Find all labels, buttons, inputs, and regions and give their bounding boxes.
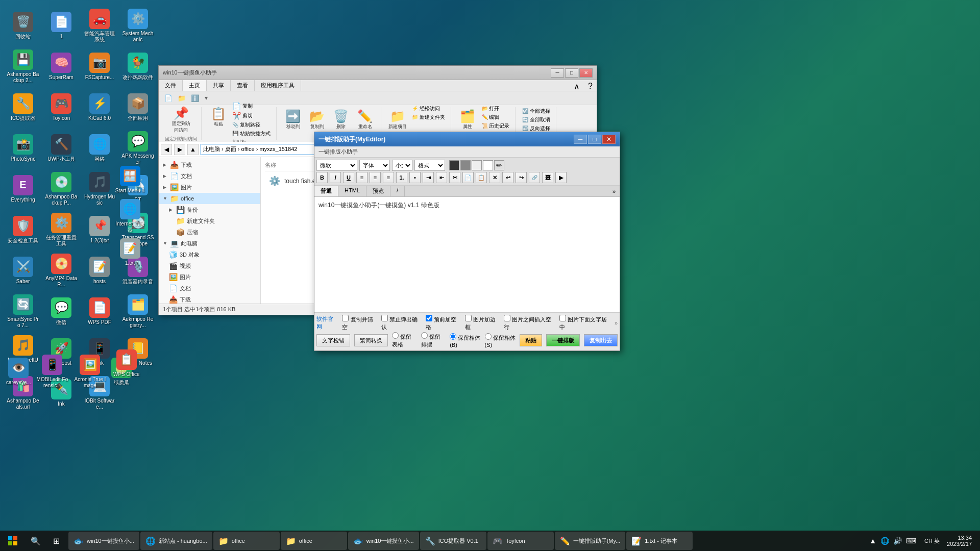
- taskbar-item-toycon[interactable]: 🎮 ToyIcon: [487, 532, 554, 550]
- taskbar-item-ico[interactable]: 🔧 ICO提取器 V0.1: [420, 532, 486, 550]
- task-view-button[interactable]: ⊞: [46, 531, 66, 551]
- icon-extractor[interactable]: 🐓 改扑鸡鸡软件: [120, 46, 156, 87]
- undo-button[interactable]: ↩: [502, 172, 513, 183]
- sidebar-item-video[interactable]: 🎬 视频: [159, 260, 260, 271]
- editor-content[interactable]: win10一键摸鱼小助手(一键摸鱼) v1.1 绿色版: [314, 197, 620, 312]
- tab-home[interactable]: 主页: [183, 80, 207, 91]
- sidebar-item-pic2[interactable]: 🖼️ 图片: [159, 271, 260, 283]
- start-button[interactable]: [0, 531, 26, 551]
- icon-internet[interactable]: 🌐 Internet 访问器: [112, 196, 148, 236]
- taskbar-item-fishsmall[interactable]: 🐟 win10一键摸鱼小...: [348, 532, 419, 550]
- sidebar-item-download2[interactable]: 📥 下载: [159, 294, 260, 304]
- onekey-format-button[interactable]: 一键排版: [546, 334, 580, 346]
- tray-volume-icon[interactable]: 🔊: [892, 536, 903, 546]
- editor-close-button[interactable]: ✕: [602, 135, 616, 144]
- history-btn[interactable]: 📜 历史记录: [480, 122, 511, 130]
- icon-allapp[interactable]: 📦 全部应用: [120, 87, 156, 128]
- tray-network-icon[interactable]: 🌐: [879, 536, 890, 546]
- align-left-button[interactable]: ≡: [356, 172, 368, 183]
- video-button[interactable]: ▶: [555, 172, 567, 183]
- show-desktop-button[interactable]: [976, 531, 980, 551]
- ribbon-collapse-button[interactable]: ∧: [570, 80, 584, 91]
- deselectall-btn[interactable]: 🔄 全部取消: [521, 116, 552, 124]
- icon-anymp4[interactable]: 📀 AnyMP4 Data R...: [43, 250, 79, 291]
- icon-toycon[interactable]: 🎮 ToyIcon: [43, 87, 79, 128]
- selectall-btn[interactable]: ☑️ 全部选择: [521, 107, 552, 115]
- tray-keyboard-icon[interactable]: ⌨: [905, 536, 917, 546]
- explorer-close-button[interactable]: ✕: [579, 68, 593, 78]
- copypath-btn[interactable]: 📎 复制路径: [231, 121, 272, 129]
- taskbar-item-notepad[interactable]: 📝 1.txt - 记事本: [626, 532, 693, 550]
- icon-wpsoffice[interactable]: 📋 WPS Office: [112, 347, 141, 380]
- delete-btn[interactable]: 🗑️ 删除: [330, 105, 353, 135]
- icon-careyeye[interactable]: 👁️ careyeye...: [5, 352, 32, 391]
- icon-ashampoo2[interactable]: 💿 Ashampoo Backup P...: [43, 168, 79, 209]
- taskbar-item-editor[interactable]: ✏️ 一键排版助手(My...: [555, 532, 626, 550]
- moveto-btn[interactable]: ➡️ 移动到: [282, 105, 305, 135]
- icon-everything[interactable]: E Everything: [5, 168, 41, 209]
- underline-button[interactable]: U: [343, 172, 354, 183]
- icon-1[interactable]: 📄 1: [43, 5, 79, 46]
- taskbar-item-1[interactable]: 🐟 win10一键摸鱼小...: [68, 532, 139, 550]
- icon-wechat[interactable]: 💬 微信: [43, 291, 79, 332]
- edit-btn[interactable]: ✏️ 编辑: [480, 113, 511, 121]
- open-btn[interactable]: 📂 打开: [480, 105, 511, 113]
- cut-btn[interactable]: ✂️ 剪切: [231, 111, 272, 120]
- icon-uwp[interactable]: 🔨 UWP小工具: [43, 128, 79, 168]
- font-sizenum-select[interactable]: 小大: [392, 160, 412, 171]
- icon-icoextract[interactable]: 🔧 ICO提取器: [5, 87, 41, 128]
- icon-mobiledit[interactable]: 📱 MOBILedit Forensic...: [35, 352, 70, 391]
- qa-dropdown-button[interactable]: ▾: [205, 94, 208, 102]
- qa-folder-button[interactable]: 📁: [176, 92, 187, 104]
- nav-forward-button[interactable]: ▶: [174, 144, 185, 155]
- pin-btn[interactable]: 📌 固定到访问访问: [169, 105, 192, 135]
- tab-file[interactable]: 文件: [159, 80, 183, 91]
- pasteshortcut-btn[interactable]: 💾 粘贴快捷方式: [231, 130, 272, 138]
- color-dark-button[interactable]: [449, 160, 459, 170]
- sidebar-item-doc2[interactable]: 📄 文档: [159, 283, 260, 294]
- tab-preview[interactable]: 预览: [366, 186, 390, 196]
- sidebar-item-pic[interactable]: ▶ 🖼️ 图片: [159, 182, 260, 193]
- icon-apkmessenger[interactable]: 💬 APK Messenger: [120, 128, 156, 168]
- tab-view[interactable]: 查看: [231, 80, 255, 91]
- explorer-minimize-button[interactable]: ─: [551, 68, 564, 78]
- list-ul-button[interactable]: •: [409, 172, 421, 183]
- expand-button[interactable]: »: [608, 186, 620, 196]
- copyout-button[interactable]: 复制出去: [584, 334, 618, 346]
- icon-photosync[interactable]: 📸 PhotoSync: [5, 128, 41, 168]
- taskbar-item-office1[interactable]: 📁 office: [213, 532, 280, 550]
- bold-button[interactable]: B: [316, 172, 328, 183]
- color-mid-button[interactable]: [460, 160, 471, 170]
- tab-share[interactable]: 共享: [207, 80, 231, 91]
- tab-normal[interactable]: 普通: [314, 186, 338, 196]
- icon-wpspdf[interactable]: 📄 WPS PDF: [82, 291, 117, 332]
- list-ol-button[interactable]: 1.: [396, 172, 407, 183]
- tray-arrow-icon[interactable]: ▲: [868, 536, 877, 546]
- editor-maximize-button[interactable]: □: [588, 135, 601, 144]
- icon-superram[interactable]: 🧠 SuperRam: [43, 46, 79, 87]
- icon-saber[interactable]: ⚔️ Saber: [5, 250, 41, 291]
- newfolder-btn[interactable]: 📁 新建文件夹: [410, 113, 447, 121]
- qa-newfile-button[interactable]: 📄: [163, 92, 174, 104]
- icon-carmanager[interactable]: 🚗 智能汽车管理系统: [82, 5, 117, 46]
- properties-btn[interactable]: 🗂️ 属性: [456, 105, 479, 135]
- clear-button[interactable]: ✕: [489, 172, 500, 183]
- color-picker-button[interactable]: ✏: [494, 160, 504, 170]
- icon-systemmechanic[interactable]: ⚙️ System Mechanic: [120, 5, 156, 46]
- convert-button[interactable]: 繁简转换: [354, 334, 388, 346]
- italic-button[interactable]: I: [330, 172, 341, 183]
- icon-smartsync[interactable]: 🔄 SmartSync Pro 7...: [5, 291, 41, 332]
- copy2-button[interactable]: 📄: [462, 172, 474, 183]
- more-button[interactable]: »: [615, 320, 618, 326]
- icon-fscapture[interactable]: 📷 FSCapture...: [82, 46, 117, 87]
- color-light-button[interactable]: [472, 160, 482, 170]
- editor-minimize-button[interactable]: ─: [574, 135, 587, 144]
- icon-startmenu8[interactable]: 🪟 Start Menu 8: [112, 163, 148, 196]
- rename-btn[interactable]: ✏️ 重命名: [354, 105, 377, 135]
- icon-aukrmpco[interactable]: 🗂️ Aukrmpco Registry...: [120, 291, 156, 332]
- lang-indicator[interactable]: CH 英: [921, 537, 943, 545]
- outdent-button[interactable]: ⇤: [436, 172, 447, 183]
- nav-up-button[interactable]: ▲: [187, 144, 199, 155]
- link-button[interactable]: 🔗: [529, 172, 540, 183]
- sidebar-item-compress[interactable]: 📦 压缩: [159, 227, 260, 238]
